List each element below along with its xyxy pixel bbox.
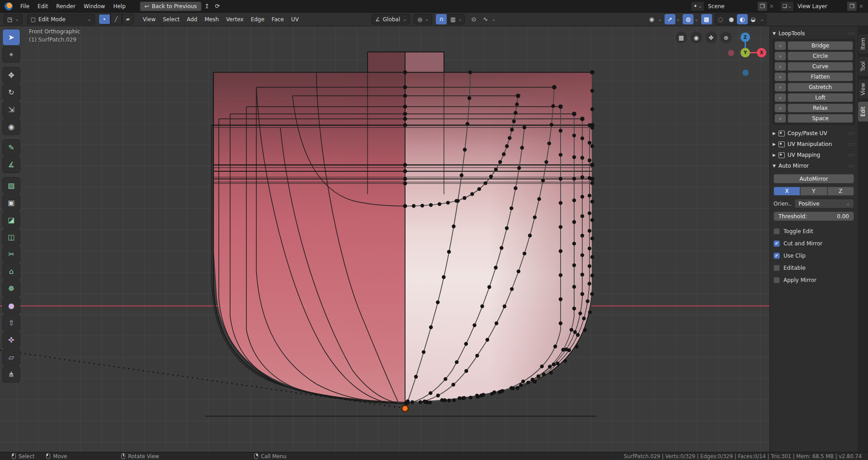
tool-poly-build[interactable]: ⌂ — [2, 263, 20, 280]
tool-inset-faces[interactable]: ▣ — [2, 194, 20, 211]
tool-transform[interactable]: ◉ — [2, 118, 20, 135]
menu-uv[interactable]: UV — [288, 14, 302, 24]
tool-bevel[interactable]: ◪ — [2, 211, 20, 228]
back-to-previous-button[interactable]: ↩ Back to Previous — [140, 1, 202, 11]
tool-shrink-fatten[interactable]: ✜ — [2, 332, 20, 348]
menu-mesh[interactable]: Mesh — [201, 14, 222, 24]
bridge-button[interactable]: Bridge — [788, 41, 853, 50]
editable-checkbox[interactable] — [774, 265, 780, 271]
panel-grip-icon[interactable]: ∷∷ — [848, 153, 855, 158]
snap-magnet-toggle[interactable]: ∩ — [436, 14, 447, 24]
bridge-expand-button[interactable]: › — [774, 41, 786, 50]
menu-help[interactable]: Help — [109, 1, 129, 11]
tool-spin[interactable]: ☸ — [2, 280, 20, 297]
ship-body-plan-mesh[interactable] — [0, 26, 769, 452]
tool-measure[interactable]: ∡ — [2, 156, 20, 173]
axis-x-button[interactable]: X — [774, 187, 800, 196]
show-gizmo-toggle[interactable]: ➚ — [665, 14, 675, 24]
use-clip-checkbox[interactable]: ✔ — [774, 253, 780, 259]
copy-paste-uv-panel-header[interactable]: ▶ Copy/Paste UV ∷∷ — [770, 128, 858, 139]
relax-expand-button[interactable]: › — [774, 103, 786, 113]
gizmo-x-neg-axis[interactable] — [728, 50, 734, 56]
circle-button[interactable]: Circle — [788, 52, 853, 61]
toggle-edit-checkbox[interactable] — [774, 228, 780, 235]
menu-view[interactable]: View — [139, 14, 159, 24]
mode-dropdown[interactable]: ▢ Edit Mode ⌄ — [27, 14, 95, 24]
menu-edge[interactable]: Edge — [247, 14, 268, 24]
orientation-select[interactable]: Positive ⌄ — [794, 199, 854, 208]
menu-file[interactable]: File — [16, 1, 33, 11]
cut-and-mirror-checkbox[interactable]: ✔ — [774, 240, 780, 247]
panel-grip-icon[interactable]: ∷∷ — [848, 131, 855, 136]
auto-mirror-panel-header[interactable]: ▼ Auto Mirror ∷∷ — [770, 160, 858, 171]
cycle-workspace-icon[interactable]: ⟳ — [212, 3, 222, 9]
tool-cursor[interactable]: ⌖ — [2, 46, 20, 63]
panel-grip-icon[interactable]: ∷∷ — [848, 31, 855, 36]
flatten-expand-button[interactable]: › — [774, 72, 786, 81]
menu-vertex[interactable]: Vertex — [222, 14, 247, 24]
shading-solid-button[interactable]: ● — [726, 14, 737, 24]
tool-add-cube[interactable]: ▧ — [2, 177, 20, 194]
face-select-button[interactable]: ▰ — [122, 14, 134, 24]
view-layer-icon[interactable]: ❏⌄ — [780, 1, 794, 11]
scene-copy-button[interactable]: ❐ — [758, 1, 768, 11]
axis-y-button[interactable]: Y — [800, 187, 827, 196]
gstretch-expand-button[interactable]: › — [774, 83, 786, 92]
space-expand-button[interactable]: › — [774, 114, 786, 123]
tool-knife[interactable]: ✂ — [2, 246, 20, 263]
transform-orientation-dropdown[interactable]: ∠ Global ⌄ — [372, 14, 410, 24]
pivot-point-dropdown[interactable]: ◎⌄ — [414, 14, 432, 24]
tool-select-box[interactable]: ➤ — [2, 29, 20, 46]
tab-edit[interactable]: Edit — [858, 101, 868, 122]
snap-settings-dropdown[interactable]: ▥⌄ — [448, 14, 465, 24]
menu-edit[interactable]: Edit — [33, 1, 52, 11]
uv-manipulation-panel-header[interactable]: ▶ UV Manipulation ∷∷ — [770, 139, 858, 150]
menu-add[interactable]: Add — [183, 14, 201, 24]
looptools-panel-header[interactable]: ▼ LoopTools ∷∷ — [770, 28, 858, 39]
tool-rip-region[interactable]: ⋔ — [2, 366, 20, 383]
scene-unlink-icon[interactable]: ✕ — [768, 3, 776, 9]
view-layer-name-input[interactable]: View Layer — [794, 1, 847, 11]
export-icon[interactable]: ↥ — [202, 3, 212, 9]
curve-expand-button[interactable]: › — [774, 62, 786, 71]
scene-icon[interactable]: ✦⌄ — [691, 1, 704, 11]
viewport-3d[interactable]: Front Orthographic (1) SurfPatch.029 ➤ ⌖… — [0, 26, 769, 452]
pan-view-icon[interactable]: ✥ — [705, 32, 717, 43]
orientation-gizmo[interactable]: Z X Y — [722, 30, 769, 80]
gizmo-x-axis[interactable]: X — [757, 48, 766, 57]
apply-mirror-checkbox[interactable] — [774, 277, 780, 283]
show-overlays-toggle[interactable]: ◍ — [683, 14, 693, 24]
tab-view[interactable]: View — [858, 79, 868, 99]
tool-extrude-region[interactable]: ⇧ — [2, 314, 20, 331]
panel-grip-icon[interactable]: ∷∷ — [848, 164, 855, 169]
shading-material-button[interactable]: ◐ — [737, 14, 748, 24]
edge-select-button[interactable]: ╱ — [110, 14, 122, 24]
loft-button[interactable]: Loft — [788, 93, 853, 102]
tool-annotate[interactable]: ✎ — [2, 139, 20, 156]
scene-name-input[interactable]: Scene — [704, 1, 758, 11]
panel-grip-icon[interactable]: ∷∷ — [848, 142, 855, 147]
view-layer-unlink-icon[interactable]: ✕ — [857, 3, 865, 9]
shading-wireframe-button[interactable]: ◌ — [715, 14, 726, 24]
gstretch-button[interactable]: Gstretch — [788, 83, 853, 92]
threshold-slider[interactable]: Threshold: 0.00 — [774, 211, 854, 221]
shading-rendered-button[interactable]: ◒ — [748, 14, 759, 24]
tool-scale[interactable]: ⇲ — [2, 101, 20, 118]
menu-face[interactable]: Face — [268, 14, 288, 24]
menu-window[interactable]: Window — [80, 1, 109, 11]
tool-loop-cut[interactable]: ◫ — [2, 229, 20, 245]
tab-tool[interactable]: Tool — [858, 56, 868, 77]
show-visibility-dropdown[interactable]: ◉ — [646, 14, 657, 24]
menu-select[interactable]: Select — [159, 14, 183, 24]
tool-move[interactable]: ✥ — [2, 67, 20, 84]
automirror-button[interactable]: AutoMirror — [774, 174, 854, 183]
vertex-select-button[interactable]: • — [99, 14, 110, 24]
menu-render[interactable]: Render — [52, 1, 80, 11]
xray-toggle[interactable]: ▩ — [701, 14, 712, 24]
perspective-toggle-icon[interactable]: ▦ — [675, 32, 687, 43]
tool-rotate[interactable]: ↻ — [2, 84, 20, 101]
gizmo-z-axis[interactable]: Z — [741, 33, 750, 42]
tool-smooth[interactable]: ● — [2, 297, 20, 314]
flatten-button[interactable]: Flatten — [788, 72, 853, 81]
proportional-edit-toggle[interactable]: ⊙ — [468, 14, 479, 24]
